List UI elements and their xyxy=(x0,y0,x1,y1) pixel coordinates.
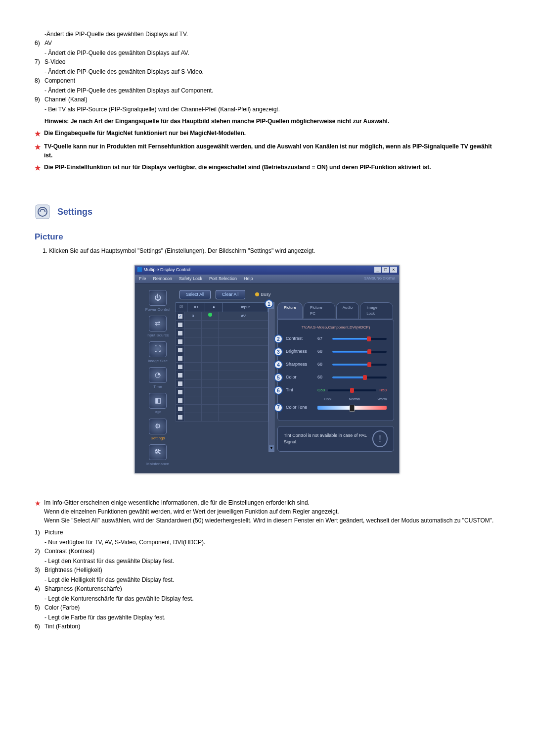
star-icon: ★ xyxy=(35,163,41,173)
row-checkbox[interactable] xyxy=(178,314,182,319)
window-controls[interactable]: _□× xyxy=(373,267,397,274)
sidebar-item-maintenance[interactable]: 🛠Maintenance xyxy=(146,444,169,467)
close-icon[interactable]: × xyxy=(390,267,397,273)
maximize-icon[interactable]: □ xyxy=(382,267,389,273)
row-input: AV xyxy=(219,312,268,320)
item-9-desc: - Bei TV als PIP-Source (PIP-Signalquell… xyxy=(44,105,499,114)
sidebar-item-settings[interactable]: ⚙Settings xyxy=(149,419,167,441)
scroll-down-icon[interactable]: ▼ xyxy=(269,445,274,451)
brand-label: SAMSUNG DIGITall xyxy=(364,276,395,282)
table-row[interactable] xyxy=(176,363,268,371)
row-checkbox[interactable] xyxy=(178,373,182,378)
bottom-item-2: 2) Contrast (Kontrast) xyxy=(35,547,499,556)
sidebar: ⏻Power Control ⇄Input Source ⛶Image Size… xyxy=(140,290,176,467)
table-row[interactable] xyxy=(176,379,268,388)
tint-row: 6 Tint G50 R50 xyxy=(285,386,387,395)
tint-slider[interactable] xyxy=(328,389,376,391)
hinweis-note: Hinweis: Je nach Art der Eingangsquelle … xyxy=(44,117,499,126)
tab-picture-pc[interactable]: Picture PC xyxy=(304,302,335,319)
settings-icon xyxy=(35,203,52,221)
panel-subtitle: TV,AV,S-Video,Component,DVI(HDCP) xyxy=(285,325,387,331)
colortone-row: 7 Color Tone xyxy=(285,403,387,412)
wrench-icon: 🛠 xyxy=(149,444,167,460)
minimize-icon[interactable]: _ xyxy=(374,267,381,273)
color-slider[interactable] xyxy=(332,377,387,378)
menu-remocon[interactable]: Remocon xyxy=(153,276,173,283)
busy-icon xyxy=(255,292,259,296)
sharpness-slider[interactable] xyxy=(332,364,387,366)
colortone-slider[interactable] xyxy=(317,406,387,410)
sidebar-item-power[interactable]: ⏻Power Control xyxy=(145,290,171,313)
menu-file[interactable]: File xyxy=(139,276,146,283)
star-icon: ★ xyxy=(35,142,41,160)
star-note-2: ★ TV-Quelle kann nur in Produkten mit Fe… xyxy=(35,142,499,160)
contrast-row: 2 Contrast 67 xyxy=(285,334,387,343)
row-checkbox[interactable] xyxy=(178,407,182,411)
item-6: 6) AV xyxy=(35,39,499,47)
clear-all-button[interactable]: Clear All xyxy=(216,290,245,300)
image-icon: ⛶ xyxy=(149,341,167,357)
table-row[interactable] xyxy=(176,388,268,396)
table-row[interactable] xyxy=(176,329,268,337)
callout-badge-4: 4 xyxy=(274,360,283,369)
pip-tv-desc: -Ändert die PIP-Quelle des gewählten Dis… xyxy=(44,30,499,39)
bottom-item-4: 4) Sharpness (Konturenschärfe) xyxy=(35,584,499,593)
menu-help[interactable]: Help xyxy=(244,276,253,283)
row-checkbox[interactable] xyxy=(178,365,182,369)
item-8-desc: - Ändert die PIP-Quelle des gewählten Di… xyxy=(44,86,499,95)
col-id: ID xyxy=(187,303,205,312)
select-all-button[interactable]: Select All xyxy=(179,290,211,300)
table-row[interactable] xyxy=(176,405,268,413)
row-checkbox[interactable] xyxy=(178,356,182,361)
table-row[interactable]: 0 AV xyxy=(176,312,268,321)
menu-port-selection[interactable]: Port Selection xyxy=(209,276,237,283)
panel-box: TV,AV,S-Video,Component,DVI(HDCP) 2 Cont… xyxy=(277,319,394,421)
sidebar-item-time[interactable]: ◔Time xyxy=(149,367,167,390)
bottom-item-6: 6) Tint (Farbton) xyxy=(35,622,499,631)
row-checkbox[interactable] xyxy=(178,381,182,386)
row-checkbox[interactable] xyxy=(178,348,182,352)
item-8: 8) Component xyxy=(35,76,499,85)
screenshot-container: 🟦 Multiple Display Control _□× File Remo… xyxy=(35,265,499,473)
menubar: File Remocon Safety Lock Port Selection … xyxy=(135,275,399,284)
table-row[interactable] xyxy=(176,354,268,363)
tab-audio[interactable]: Audio xyxy=(336,302,359,319)
row-checkbox[interactable] xyxy=(178,390,182,394)
item-7-desc: - Ändert die PIP-Quelle des gewählten Di… xyxy=(44,67,499,76)
picture-subtitle: Picture xyxy=(35,231,499,243)
status-bar: Tint Control is not available in case of… xyxy=(277,426,394,452)
brightness-slider[interactable] xyxy=(332,351,387,353)
table-row[interactable] xyxy=(176,371,268,379)
tab-image-lock[interactable]: Image Lock xyxy=(360,302,393,319)
contrast-slider[interactable] xyxy=(332,338,387,340)
row-checkbox[interactable] xyxy=(178,398,182,403)
callout-badge-6: 6 xyxy=(274,386,283,395)
bottom-item-5: 5) Color (Farbe) xyxy=(35,603,499,612)
tab-picture[interactable]: Picture xyxy=(277,302,303,319)
star-note-3: ★ Die PIP-Einstellfunktion ist nur für D… xyxy=(35,163,499,173)
menu-safety-lock[interactable]: Safety Lock xyxy=(179,276,202,283)
sidebar-item-pip[interactable]: ◧PIP xyxy=(149,393,167,416)
table-row[interactable] xyxy=(176,413,268,422)
callout-badge-3: 3 xyxy=(274,347,283,356)
sidebar-item-input[interactable]: ⇄Input Source xyxy=(146,316,169,338)
table-row[interactable] xyxy=(176,321,268,329)
row-checkbox[interactable] xyxy=(178,331,182,335)
row-checkbox[interactable] xyxy=(178,339,182,344)
alert-icon: ! xyxy=(372,430,388,447)
table-row[interactable] xyxy=(176,337,268,346)
col-checkbox: ☑ xyxy=(176,303,187,312)
clock-icon: ◔ xyxy=(149,367,167,383)
bottom-item-3: 3) Brightness (Helligkeit) xyxy=(35,566,499,574)
table-row[interactable] xyxy=(176,346,268,354)
star-intro: ★ Im Info-Gitter erscheinen einige wesen… xyxy=(35,498,499,525)
main-pane: Select All Clear All Busy ☑ ID ● Input 1 xyxy=(176,290,394,467)
app-body: ⏻Power Control ⇄Input Source ⛶Image Size… xyxy=(135,284,399,473)
top-section: -Ändert die PIP-Quelle des gewählten Dis… xyxy=(35,30,499,173)
row-checkbox[interactable] xyxy=(178,323,182,327)
row-id: 0 xyxy=(185,312,202,320)
row-checkbox[interactable] xyxy=(178,415,182,420)
item-9: 9) Channel (Kanal) xyxy=(35,95,499,104)
table-row[interactable] xyxy=(176,396,268,405)
sidebar-item-image[interactable]: ⛶Image Size xyxy=(148,341,168,364)
